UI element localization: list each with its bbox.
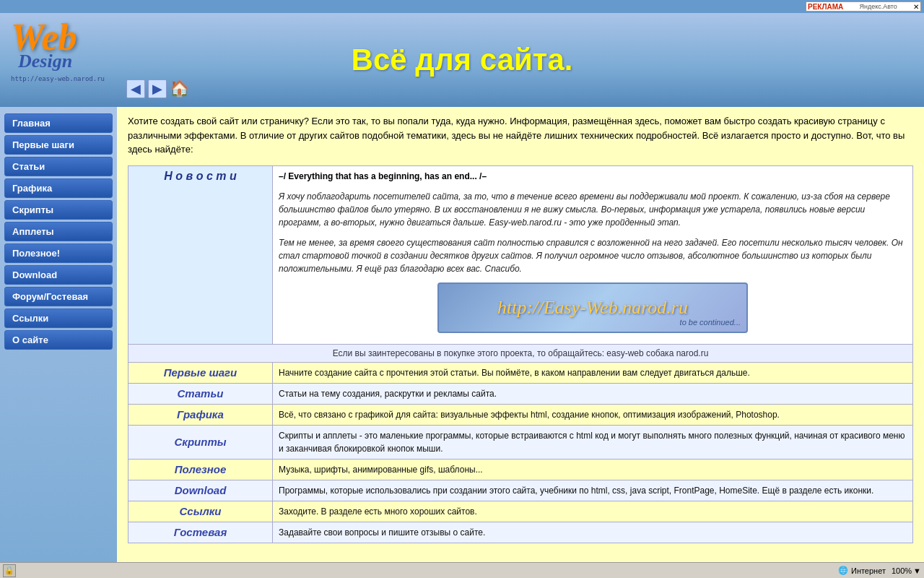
logo-design: Design	[18, 51, 116, 72]
header: Web Design http://easy-web.narod.ru ◀ ▶ …	[0, 13, 924, 107]
logo-url: http://easy-web.narod.ru	[11, 75, 116, 82]
section-title-articles[interactable]: Статьи	[128, 383, 273, 404]
section-desc-useful: Музыка, шрифты, анимированные gifs, шабл…	[273, 459, 913, 480]
intro-paragraph: Хотите создать свой сайт или страничку? …	[128, 114, 913, 157]
zoom-label: 100%	[892, 566, 912, 575]
internet-zone: 🌐 Интернет	[838, 566, 886, 575]
news-content: –/ Everything that has a beginning, has …	[273, 165, 913, 344]
section-desc-first-steps: Начните создание сайта с прочтения этой …	[273, 362, 913, 383]
status-bar: 🔒 🌐 Интернет 100% ▼	[0, 562, 924, 578]
site-banner: http://Easy-Web.narod.ru to be continued…	[437, 282, 748, 333]
logo-area: Web Design http://easy-web.narod.ru	[7, 17, 119, 103]
zoom-icon: ▼	[913, 566, 921, 575]
sidebar-item-articles[interactable]: Статьи	[4, 157, 113, 176]
sidebar-item-useful[interactable]: Полезное!	[4, 243, 113, 263]
zoom-area: 100% ▼	[892, 566, 921, 575]
section-row-useful: Полезное Музыка, шрифты, анимированные g…	[128, 459, 913, 480]
status-right: 🌐 Интернет 100% ▼	[838, 566, 921, 575]
banner-text: http://Easy-Web.narod.ru	[497, 293, 688, 322]
sidebar-item-graphics[interactable]: Графика	[4, 178, 113, 198]
news-para2: Тем не менее, за время своего существова…	[279, 236, 907, 275]
sidebar: Главная Первые шаги Статьи Графика Скрип…	[0, 107, 117, 578]
section-title-scripts[interactable]: Скрипты	[128, 425, 273, 459]
section-desc-graphics: Всё, что связано с графикой для сайта: в…	[273, 404, 913, 425]
ad-banner[interactable]: РЕКЛАМА Яндекс.Авто ✕	[806, 1, 921, 12]
section-title-first-steps[interactable]: Первые шаги	[128, 362, 273, 383]
section-row-first-steps: Первые шаги Начните создание сайта с про…	[128, 362, 913, 383]
security-icon: 🔒	[3, 564, 16, 577]
top-ad-bar: РЕКЛАМА Яндекс.Авто ✕	[0, 0, 924, 13]
banner-sub: to be continued...	[680, 316, 741, 329]
content-table: Н о в о с т и –/ Everything that has a b…	[128, 165, 913, 543]
close-icon[interactable]: ✕	[913, 3, 919, 11]
section-title-graphics[interactable]: Графика	[128, 404, 273, 425]
section-desc-guest: Задавайте свои вопросы и пишите отзывы о…	[273, 522, 913, 543]
sidebar-item-scripts[interactable]: Скрипты	[4, 200, 113, 220]
news-para1: Я хочу поблагодарить посетителей сайта, …	[279, 190, 907, 229]
section-row-scripts: Скрипты Скрипты и апплеты - это маленьки…	[128, 425, 913, 459]
section-title-links[interactable]: Ссылки	[128, 501, 273, 522]
section-row-download: Download Программы, которые использовали…	[128, 480, 913, 501]
section-desc-links: Заходите. В разделе есть много хороших с…	[273, 501, 913, 522]
back-button[interactable]: ◀	[126, 79, 145, 98]
contact-row: Если вы заинтересованы в покупке этого п…	[128, 344, 913, 362]
globe-icon: 🌐	[838, 566, 848, 575]
section-row-guest: Гостевая Задавайте свои вопросы и пишите…	[128, 522, 913, 543]
ad-sub: Яндекс.Авто	[859, 3, 897, 10]
news-row: Н о в о с т и –/ Everything that has a b…	[128, 165, 913, 344]
content-area: Хотите создать свой сайт или страничку? …	[117, 107, 924, 578]
section-desc-download: Программы, которые использовались при со…	[273, 480, 913, 501]
sidebar-item-applets[interactable]: Апплеты	[4, 222, 113, 241]
news-heading: –/ Everything that has a beginning, has …	[279, 170, 907, 183]
news-label: Н о в о с т и	[128, 165, 273, 344]
internet-label: Интернет	[851, 566, 886, 575]
sidebar-item-forum[interactable]: Форум/Гостевая	[4, 287, 113, 306]
section-row-links: Ссылки Заходите. В разделе есть много хо…	[128, 501, 913, 522]
nav-arrows: ◀ ▶ 🏠	[126, 79, 189, 98]
section-row-articles: Статьи Статьи на тему создания, раскрутк…	[128, 383, 913, 404]
page-title: Всё для сайта.	[352, 43, 573, 77]
sidebar-item-home[interactable]: Главная	[4, 113, 113, 133]
home-button[interactable]: 🏠	[170, 79, 189, 98]
sidebar-item-about[interactable]: О сайте	[4, 330, 113, 350]
sidebar-item-links[interactable]: Ссылки	[4, 309, 113, 328]
sidebar-item-first-steps[interactable]: Первые шаги	[4, 135, 113, 155]
forward-button[interactable]: ▶	[148, 79, 167, 98]
section-title-useful[interactable]: Полезное	[128, 459, 273, 480]
status-left: 🔒	[3, 564, 16, 577]
section-desc-scripts: Скрипты и апплеты - это маленькие програ…	[273, 425, 913, 459]
section-title-guest[interactable]: Гостевая	[128, 522, 273, 543]
ad-label: РЕКЛАМА	[808, 3, 843, 11]
main-layout: Главная Первые шаги Статьи Графика Скрип…	[0, 107, 924, 578]
section-desc-articles: Статьи на тему создания, раскрутки и рек…	[273, 383, 913, 404]
sidebar-item-download[interactable]: Download	[4, 265, 113, 285]
section-row-graphics: Графика Всё, что связано с графикой для …	[128, 404, 913, 425]
contact-cell: Если вы заинтересованы в покупке этого п…	[128, 344, 913, 362]
section-title-download[interactable]: Download	[128, 480, 273, 501]
